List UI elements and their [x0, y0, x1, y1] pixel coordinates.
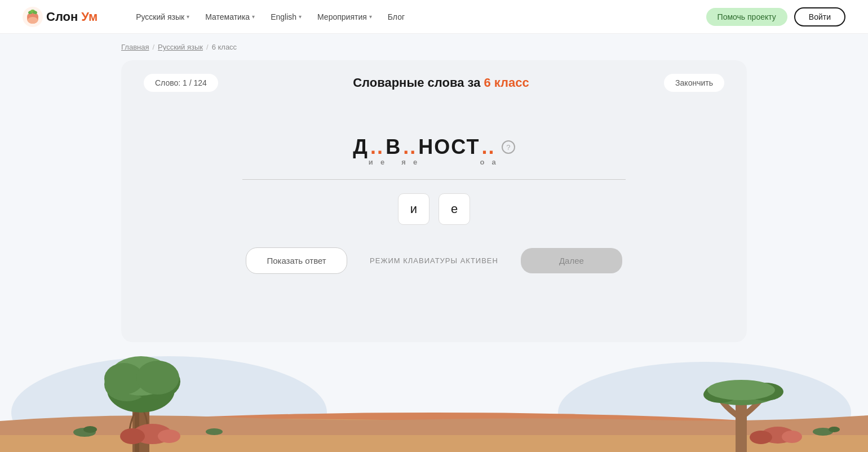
card-title: Словарные слова за 6 класс: [353, 76, 529, 90]
svg-point-28: [705, 380, 778, 405]
card-header: Слово: 1 / 124 Словарные слова за 6 клас…: [144, 74, 724, 92]
nav-item-events[interactable]: Мероприятия ▾: [311, 9, 379, 25]
svg-point-11: [0, 413, 868, 452]
svg-point-18: [110, 356, 172, 396]
svg-point-29: [703, 386, 737, 403]
card-footer: Показать ответ РЕЖИМ КЛАВИАТУРЫ АКТИВЕН …: [144, 247, 724, 274]
breadcrumb-home[interactable]: Главная: [121, 43, 149, 51]
breadcrumb-sep-2: /: [206, 43, 209, 51]
show-answer-button[interactable]: Показать ответ: [246, 247, 347, 274]
main-container: Слово: 1 / 124 Словарные слова за 6 клас…: [0, 60, 868, 342]
breadcrumb: Главная / Русский язык / 6 класс: [0, 34, 868, 60]
svg-point-23: [158, 429, 180, 443]
nav-item-blog[interactable]: Блог: [381, 9, 411, 25]
right-tree: [703, 380, 783, 452]
svg-point-32: [761, 427, 795, 444]
breadcrumb-current: 6 класс: [212, 43, 237, 51]
svg-rect-12: [0, 432, 868, 452]
svg-point-34: [782, 431, 802, 443]
logo-slon: Слон: [46, 10, 78, 24]
blank-2: ..: [403, 137, 417, 157]
svg-point-15: [107, 367, 175, 413]
card-title-prefix: Словарные слова за: [353, 76, 484, 90]
svg-point-16: [104, 367, 149, 401]
nav-item-russian[interactable]: Русский язык ▾: [129, 9, 196, 25]
logo-um: Ум: [81, 10, 98, 24]
nav-item-math[interactable]: Математика ▾: [198, 9, 262, 25]
letter-v: В: [386, 137, 401, 157]
main-nav: Русский язык ▾ Математика ▾ English ▾ Ме…: [129, 9, 688, 25]
chevron-down-icon: ▾: [299, 14, 302, 20]
word-main: Д .. и е В ..: [353, 137, 497, 166]
svg-point-10: [558, 362, 851, 452]
letter-group-blank2: .. я е: [401, 137, 418, 166]
logo[interactable]: СлонУм: [23, 7, 98, 27]
letter-choices: и е: [398, 193, 470, 225]
next-button[interactable]: Далее: [521, 248, 622, 273]
svg-point-31: [707, 380, 775, 400]
svg-point-9: [11, 356, 327, 452]
letter-nost: НОСТ: [418, 137, 480, 157]
left-tree: [104, 356, 180, 452]
logo-icon: [23, 7, 43, 27]
nav-item-english[interactable]: English ▾: [264, 9, 308, 25]
chevron-down-icon: ▾: [369, 14, 372, 20]
svg-point-20: [136, 361, 179, 395]
svg-point-21: [132, 424, 172, 444]
svg-point-24: [73, 428, 96, 437]
svg-point-19: [104, 363, 144, 395]
svg-rect-13: [132, 401, 149, 452]
exercise-card: Слово: 1 / 124 Словарные слова за 6 клас…: [121, 60, 747, 342]
word-display: Д .. и е В ..: [353, 137, 515, 166]
blank-3: ..: [482, 137, 495, 157]
letter-group-nost: НОСТ: [418, 137, 480, 166]
letter-group-v: В: [386, 137, 401, 166]
svg-point-30: [747, 383, 783, 401]
card-title-highlight: 6 класс: [484, 76, 529, 90]
hint-2: я е: [401, 158, 418, 166]
letter-group-blank3: .. о а: [480, 137, 497, 166]
svg-point-33: [750, 431, 772, 444]
svg-point-36: [829, 427, 840, 432]
puzzle-area: Д .. и е В ..: [144, 137, 724, 225]
keyboard-mode-label: РЕЖИМ КЛАВИАТУРЫ АКТИВЕН: [370, 256, 498, 265]
letter-group-d: Д: [353, 137, 369, 166]
svg-rect-14: [135, 401, 139, 452]
finish-button[interactable]: Закончить: [664, 74, 724, 92]
header: СлонУм Русский язык ▾ Математика ▾ Engli…: [0, 0, 868, 34]
chevron-down-icon: ▾: [187, 14, 189, 20]
letter-choice-e[interactable]: е: [439, 193, 470, 225]
divider: [242, 179, 626, 180]
breadcrumb-sep-1: /: [152, 43, 154, 51]
help-project-button[interactable]: Помочь проекту: [706, 8, 787, 26]
letter-d: Д: [353, 137, 369, 157]
help-icon[interactable]: ?: [502, 140, 515, 154]
login-button[interactable]: Войти: [794, 7, 845, 26]
letter-choice-i[interactable]: и: [398, 193, 429, 225]
svg-point-5: [28, 17, 38, 24]
svg-point-26: [206, 428, 223, 435]
chevron-down-icon: ▾: [252, 14, 255, 20]
svg-point-35: [813, 428, 833, 436]
word-counter: Слово: 1 / 124: [144, 74, 218, 92]
hint-1: и е: [369, 158, 386, 166]
breadcrumb-russian[interactable]: Русский язык: [158, 43, 203, 51]
blank-1: ..: [370, 137, 384, 157]
svg-rect-27: [736, 401, 747, 452]
svg-point-25: [83, 426, 97, 433]
svg-point-22: [120, 428, 145, 444]
letter-group-blank1: .. и е: [369, 137, 386, 166]
header-actions: Помочь проекту Войти: [706, 7, 845, 26]
svg-point-17: [130, 364, 180, 400]
hint-3: о а: [480, 158, 497, 166]
